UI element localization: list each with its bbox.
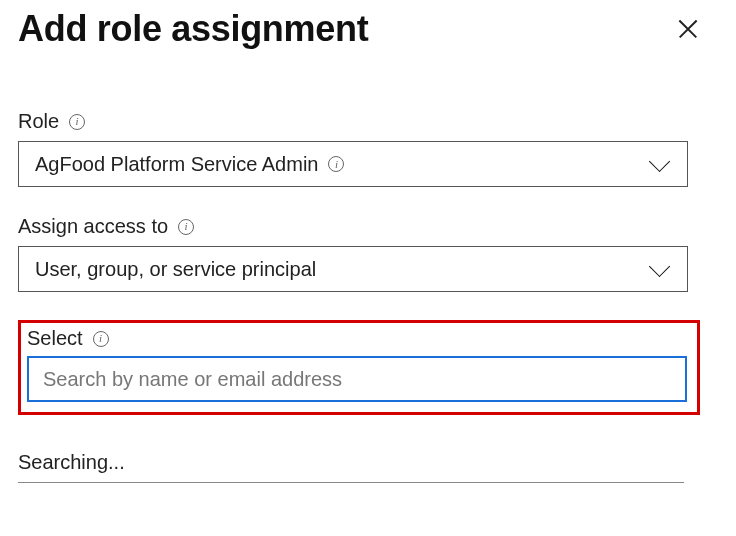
select-search-input[interactable] xyxy=(27,356,687,402)
role-dropdown[interactable]: AgFood Platform Service Admin i xyxy=(18,141,688,187)
select-field-highlight: Select i xyxy=(18,320,700,415)
close-button[interactable] xyxy=(672,13,704,45)
info-icon[interactable]: i xyxy=(328,156,344,172)
select-label: Select xyxy=(27,327,83,350)
role-label: Role xyxy=(18,110,59,133)
assign-access-label: Assign access to xyxy=(18,215,168,238)
role-dropdown-text: AgFood Platform Service Admin xyxy=(35,153,318,176)
role-label-row: Role i xyxy=(18,110,718,133)
panel-header: Add role assignment xyxy=(18,8,718,50)
select-label-row: Select i xyxy=(27,327,689,350)
search-status: Searching... xyxy=(18,451,718,482)
info-icon[interactable]: i xyxy=(178,219,194,235)
search-results: Searching... xyxy=(18,451,718,483)
results-divider xyxy=(18,482,684,483)
assign-access-dropdown-value: User, group, or service principal xyxy=(35,258,316,281)
panel-title: Add role assignment xyxy=(18,8,368,50)
assign-access-field: Assign access to i User, group, or servi… xyxy=(18,215,718,292)
role-dropdown-value: AgFood Platform Service Admin i xyxy=(35,153,344,176)
chevron-down-icon xyxy=(649,157,671,171)
chevron-down-icon xyxy=(649,262,671,276)
role-field: Role i AgFood Platform Service Admin i xyxy=(18,110,718,187)
assign-access-label-row: Assign access to i xyxy=(18,215,718,238)
info-icon[interactable]: i xyxy=(69,114,85,130)
assign-access-dropdown[interactable]: User, group, or service principal xyxy=(18,246,688,292)
info-icon[interactable]: i xyxy=(93,331,109,347)
